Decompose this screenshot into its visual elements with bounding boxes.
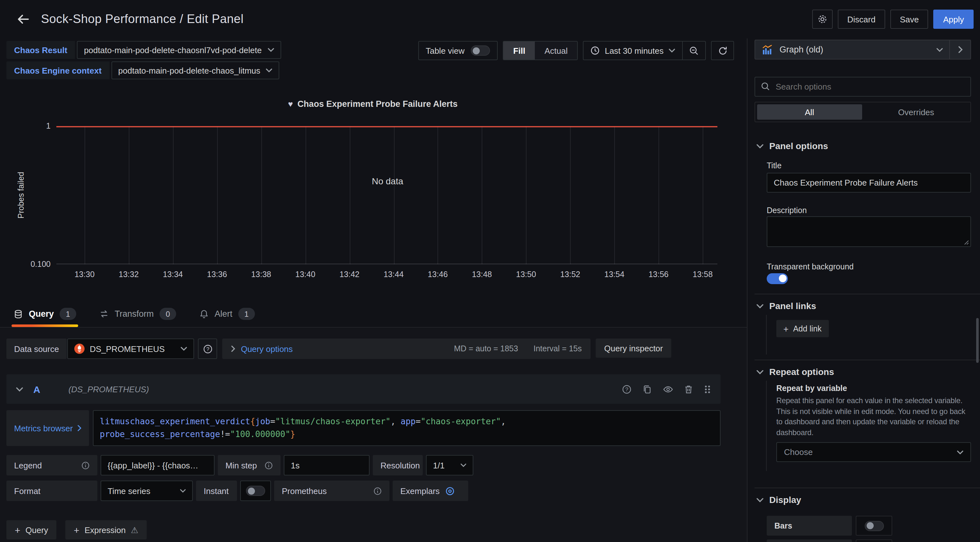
discard-button[interactable]: Discard	[838, 10, 885, 29]
eye-icon[interactable]	[663, 384, 673, 394]
legend-format-input[interactable]	[100, 455, 215, 475]
panel-title-input[interactable]	[767, 173, 971, 193]
min-step-input[interactable]	[284, 455, 369, 475]
variable-label: Chaos Engine context	[6, 62, 109, 79]
visualization-current: Graph (old)	[755, 40, 949, 59]
code-token: app	[401, 417, 416, 426]
section-repeat-options[interactable]: Repeat options	[756, 367, 834, 377]
add-expression-button[interactable]: + Expression ⚠	[65, 520, 146, 539]
back-button[interactable]	[14, 11, 32, 27]
code-token: "chaos-exporter"	[420, 417, 501, 426]
section-divider	[754, 294, 980, 294]
repeat-variable-select[interactable]: Choose	[776, 442, 971, 462]
visualization-expand-button[interactable]	[949, 40, 970, 59]
query-options-collapsed[interactable]: Query options MD = auto = 1853 Interval …	[222, 339, 590, 359]
time-range-picker[interactable]: Last 30 minutes	[584, 41, 682, 60]
query-expression-row: Metrics browser litmuschaos_experiment_v…	[6, 410, 721, 446]
section-panel-links[interactable]: Panel links	[756, 301, 816, 311]
chevron-down-icon	[266, 68, 272, 72]
data-source-help-button[interactable]: ?	[198, 339, 217, 359]
panel-description-textarea[interactable]	[767, 216, 971, 247]
repeat-variable-placeholder: Choose	[784, 447, 813, 457]
fill-actual-segment: Fill Actual	[503, 41, 578, 60]
description-line: dashboard.	[776, 427, 980, 438]
instant-toggle[interactable]	[246, 486, 265, 496]
visualization-picker[interactable]: Graph (old)	[754, 40, 971, 60]
data-source-picker[interactable]: DS_PROMETHEUS	[67, 339, 194, 359]
tab-all[interactable]: All	[757, 104, 862, 120]
tab-overrides[interactable]: Overrides	[864, 104, 969, 120]
save-button[interactable]: Save	[890, 10, 928, 29]
format-options-row: Format Time series Instant Prometheus	[6, 480, 468, 501]
panel-options-sidebar: Graph (old) All Overrides Panel options …	[747, 38, 980, 542]
gridline	[703, 127, 703, 264]
x-tick-label: 13:40	[295, 270, 315, 279]
x-tick-label: 13:36	[207, 270, 227, 279]
variable-value-dropdown[interactable]: podtato-main-pod-delete-chaos_litmus	[111, 62, 280, 79]
sidebar-scrollbar[interactable]	[976, 318, 979, 363]
edit-pane: Query 1 Transform 0 Alert 1 Data source	[0, 301, 747, 542]
page-title: Sock-Shop Performance / Edit Panel	[41, 12, 244, 26]
apply-button[interactable]: Apply	[934, 10, 974, 29]
tab-count-badge: 1	[60, 308, 76, 320]
bars-toggle-box	[856, 516, 892, 536]
duplicate-icon[interactable]	[643, 384, 652, 394]
chart-plot-area[interactable]: 1 0.100 Probes failed No data 13:3013:32…	[58, 126, 718, 264]
gridline	[614, 127, 615, 264]
topbar-actions: Discard Save Apply	[812, 10, 974, 29]
query-row-header[interactable]: A (DS_PROMETHEUS) ?	[6, 374, 721, 404]
promql-expression-input[interactable]: litmuschaos_experiment_verdict{job="litm…	[93, 410, 721, 446]
variable-value: podtato-main-pod-delete-chaos_litmus	[118, 66, 260, 75]
x-tick-label: 13:48	[472, 270, 492, 279]
gridline	[526, 127, 527, 264]
y-tick-label: 1	[46, 122, 51, 130]
tab-alert[interactable]: Alert 1	[197, 301, 257, 327]
prometheus-type-label: Prometheus	[282, 486, 327, 496]
add-link-button[interactable]: + Add link	[776, 320, 829, 337]
drag-handle-icon[interactable]	[704, 384, 711, 394]
resolution-label: Resolution	[373, 455, 423, 475]
help-circle-icon[interactable]: ?	[622, 384, 632, 394]
search-options-input[interactable]	[754, 77, 971, 97]
transparent-background-label: Transparent background	[767, 262, 853, 271]
query-inspector-button[interactable]: Query inspector	[596, 339, 671, 358]
tab-query[interactable]: Query 1	[11, 301, 78, 327]
chart-title-text: Chaos Experiment Probe Failure Alerts	[298, 99, 458, 109]
x-tick-label: 13:56	[649, 270, 669, 279]
grafana-edit-panel-screen: Sock-Shop Performance / Edit Panel Disca…	[0, 0, 980, 542]
query-ref-id: A	[33, 384, 40, 395]
code-token: probe_success_percentage	[100, 429, 220, 439]
exemplars-icon[interactable]	[445, 486, 455, 496]
metrics-browser-button[interactable]: Metrics browser	[6, 410, 89, 446]
resolution-select[interactable]: 1/1	[426, 455, 473, 475]
variable-chaos-result: Chaos Result podtato-main-pod-delete-cha…	[6, 41, 281, 59]
promql-line: probe_success_percentage!="100.000000"}	[100, 428, 714, 441]
zoom-out-time-button[interactable]	[682, 41, 705, 60]
actual-option[interactable]: Actual	[535, 41, 577, 60]
section-header-label: Repeat options	[769, 367, 834, 377]
tab-transform[interactable]: Transform 0	[97, 301, 178, 327]
refresh-button[interactable]	[711, 41, 734, 60]
dashboard-variables: Chaos Result podtato-main-pod-delete-cha…	[6, 41, 281, 79]
plus-icon: +	[74, 525, 80, 535]
section-divider	[754, 488, 980, 488]
x-tick-label: 13:38	[251, 270, 271, 279]
transform-icon	[99, 309, 109, 319]
section-panel-options[interactable]: Panel options	[756, 141, 828, 151]
metrics-browser-label: Metrics browser	[14, 423, 73, 433]
format-select[interactable]: Time series	[100, 480, 193, 501]
bars-toggle[interactable]	[864, 521, 884, 531]
transparent-background-toggle[interactable]	[767, 273, 788, 284]
section-display[interactable]: Display	[756, 494, 801, 505]
fill-option[interactable]: Fill	[504, 41, 535, 60]
add-query-button[interactable]: + Query	[6, 520, 56, 539]
panel-settings-button[interactable]	[812, 10, 833, 29]
variable-value-dropdown[interactable]: podtato-main-pod-delete-chaosnl7vd-pod-d…	[77, 41, 281, 59]
gridline	[394, 127, 394, 264]
tab-count-badge: 1	[238, 308, 255, 320]
resize-handle-icon[interactable]	[963, 239, 969, 245]
trash-icon[interactable]	[684, 384, 693, 394]
alert-heart-icon: ♥	[288, 99, 293, 109]
table-view-toggle[interactable]	[471, 46, 490, 55]
section-indent-guide	[766, 315, 767, 355]
